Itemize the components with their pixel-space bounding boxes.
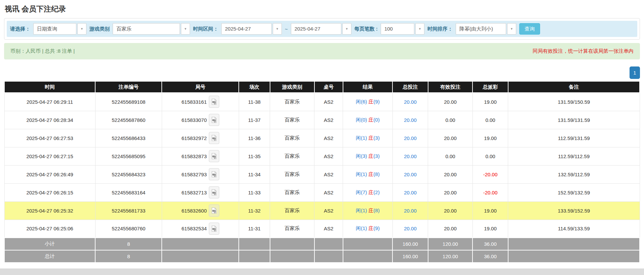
date-to-picker[interactable]: 2025-04-27 ▼: [291, 23, 351, 35]
video-replay-button[interactable]: [209, 223, 219, 235]
result-player: 闲(1): [356, 208, 367, 213]
round-number: 615832873: [182, 153, 207, 159]
game-type-value[interactable]: 百家乐: [113, 23, 180, 35]
page-1-button[interactable]: 1: [630, 66, 640, 79]
sort-value[interactable]: 降幂(由大到小): [456, 23, 506, 35]
video-replay-button[interactable]: [209, 114, 219, 126]
total-bet-link[interactable]: 20.00: [404, 226, 417, 231]
total-bet-link[interactable]: 20.00: [404, 117, 417, 123]
table-number-cell: AS2: [314, 220, 343, 238]
subtotal-row: 小计 8 160.00 120.00 36.00: [4, 238, 640, 250]
note-cell: 112.59/131.59: [508, 129, 640, 147]
date-from-picker[interactable]: 2025-04-27 ▼: [221, 23, 282, 35]
game-type-cell: 百家乐: [270, 93, 314, 111]
result-banker-value: (2): [374, 189, 380, 195]
video-replay-button[interactable]: [209, 204, 219, 217]
sort-select[interactable]: 降幂(由大到小) ▼: [456, 23, 516, 35]
round-number: 615832972: [182, 135, 207, 141]
video-replay-button[interactable]: [209, 186, 219, 198]
result-banker-value: (9): [374, 225, 380, 231]
game-type-select[interactable]: 百家乐 ▼: [113, 23, 190, 35]
total-bet-link[interactable]: 20.00: [404, 153, 417, 159]
total-bet-link[interactable]: 20.00: [404, 99, 417, 105]
total-bet-cell: 20.00: [392, 129, 428, 147]
result-cell: 闲(1) 庄(9): [343, 220, 392, 238]
table-row: 2025-04-27 06:29:11 522455689108 6158331…: [4, 93, 640, 111]
search-button[interactable]: 查询: [519, 23, 540, 35]
chevron-down-icon[interactable]: ▼: [273, 23, 282, 35]
game-type-cell: 百家乐: [270, 165, 314, 183]
subtotal-valid-bet: 120.00: [428, 238, 472, 250]
result-cell: 闲(1) 庄(8): [343, 201, 392, 220]
round-number: 615832793: [182, 172, 207, 177]
payout-cell: -20.00: [472, 183, 508, 201]
game-type-cell: 百家乐: [270, 147, 314, 165]
subtotal-total-bet: 160.00: [392, 238, 428, 250]
date-from-value[interactable]: 2025-04-27: [221, 23, 272, 35]
payout-cell: 19.00: [472, 129, 508, 147]
table-row: 2025-04-27 06:27:53 522455686433 6158329…: [4, 129, 640, 147]
chevron-down-icon[interactable]: ▼: [77, 23, 86, 35]
session-cell: 11-37: [239, 111, 270, 129]
result-cell: 闲(7) 庄(2): [343, 183, 392, 201]
chevron-down-icon[interactable]: ▼: [507, 23, 516, 35]
table-body: 2025-04-27 06:29:11 522455689108 6158331…: [4, 93, 640, 238]
table-number-cell: AS2: [314, 147, 343, 165]
total-bet-link[interactable]: 20.00: [404, 208, 417, 214]
video-file-icon: [211, 135, 217, 141]
page-title: 视讯 会员下注纪录: [0, 0, 644, 17]
total-bet-link[interactable]: 20.00: [404, 135, 417, 141]
session-cell: 11-32: [239, 201, 270, 220]
time-cell: 2025-04-27 06:28:34: [4, 111, 95, 129]
time-cell: 2025-04-27 06:25:32: [4, 201, 95, 220]
page-size-select[interactable]: 100 ▼: [381, 23, 424, 35]
round-cell: 615832793: [162, 165, 239, 183]
result-banker: 庄: [369, 135, 374, 141]
session-cell: 11-35: [239, 147, 270, 165]
video-file-icon: [211, 98, 217, 105]
session-cell: 11-31: [239, 220, 270, 238]
time-cell: 2025-04-27 06:27:53: [4, 129, 95, 147]
result-banker: 庄: [369, 225, 374, 231]
total-bet-cell: 20.00: [392, 111, 428, 129]
bet-records-table: 时间 注单编号 局号 场次 游戏类别 桌号 结果 总投注 有效投注 总派彩 备注…: [4, 81, 640, 263]
query-type-select[interactable]: 日期查询 ▼: [33, 23, 86, 35]
total-bet-link[interactable]: 20.00: [404, 190, 417, 195]
date-to-value[interactable]: 2025-04-27: [291, 23, 341, 35]
chevron-down-icon[interactable]: ▼: [181, 23, 190, 35]
video-replay-button[interactable]: [209, 150, 219, 162]
chevron-down-icon[interactable]: ▼: [342, 23, 351, 35]
result-banker: 庄: [369, 171, 374, 177]
subtotal-label: 小计: [4, 238, 95, 250]
payout-cell: 0.00: [472, 147, 508, 165]
round-cell: 615833070: [162, 111, 239, 129]
round-cell: 615832873: [162, 147, 239, 165]
sort-label: 时间排序：: [427, 26, 453, 32]
video-replay-button[interactable]: [209, 132, 219, 144]
col-table: 桌号: [314, 81, 343, 93]
result-banker-value: (0): [374, 117, 380, 123]
table-number-cell: AS2: [314, 93, 343, 111]
game-type-label: 游戏类别: [89, 26, 110, 32]
total-bet-link[interactable]: 20.00: [404, 172, 417, 177]
result-banker: 庄: [369, 153, 374, 159]
footer-scrollbar[interactable]: [0, 269, 644, 275]
note-cell: 133.59/152.59: [508, 201, 640, 220]
pagination: 1: [4, 66, 640, 79]
time-cell: 2025-04-27 06:26:15: [4, 183, 95, 201]
result-cell: 闲(6) 庄(9): [343, 93, 392, 111]
result-banker-value: (8): [374, 208, 380, 213]
game-type-cell: 百家乐: [270, 111, 314, 129]
select-label: 请选择：: [10, 26, 30, 32]
video-replay-button[interactable]: [209, 168, 219, 180]
bet-id-cell: 522455685095: [95, 147, 162, 165]
table-row: 2025-04-27 06:25:32 522455681733 6158326…: [4, 201, 640, 220]
video-replay-button[interactable]: [209, 96, 219, 108]
result-cell: 闲(1) 庄(8): [343, 165, 392, 183]
page-size-value[interactable]: 100: [381, 23, 414, 35]
chevron-down-icon[interactable]: ▼: [415, 23, 424, 35]
valid-bet-notice-text: 同局有效投注，统一计算在该局第一张注单内: [533, 48, 634, 54]
bet-id-cell: 522455683164: [95, 183, 162, 201]
result-banker-value: (3): [374, 135, 380, 141]
query-type-value[interactable]: 日期查询: [33, 23, 76, 35]
